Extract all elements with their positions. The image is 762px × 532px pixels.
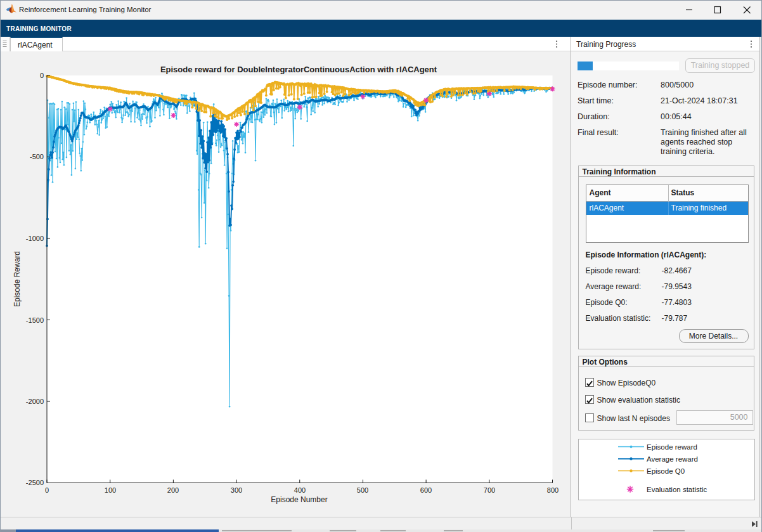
svg-text:300: 300: [231, 486, 242, 494]
svg-text:-1500: -1500: [26, 316, 44, 324]
svg-text:500: 500: [357, 486, 368, 494]
svg-text:700: 700: [484, 486, 495, 494]
svg-text:800: 800: [547, 486, 559, 494]
svg-text:-2500: -2500: [26, 479, 44, 486]
svg-text:0: 0: [40, 72, 44, 79]
svg-text:-2000: -2000: [26, 398, 44, 405]
svg-text:Episode Reward: Episode Reward: [13, 251, 22, 307]
svg-text:0: 0: [45, 486, 49, 494]
svg-text:Evaluation statistic: Evaluation statistic: [647, 486, 707, 493]
svg-text:100: 100: [105, 486, 116, 494]
svg-text:-1000: -1000: [26, 235, 44, 242]
svg-text:Average reward: Average reward: [647, 455, 698, 463]
svg-text:Episode reward for DoubleInteg: Episode reward for DoubleIntegratorConti…: [160, 65, 437, 74]
svg-text:400: 400: [294, 486, 306, 494]
svg-text:600: 600: [420, 486, 432, 494]
svg-text:200: 200: [167, 486, 179, 494]
svg-text:Episode reward: Episode reward: [647, 443, 697, 451]
svg-text:-500: -500: [30, 153, 44, 160]
svg-text:Episode Q0: Episode Q0: [647, 467, 685, 475]
svg-text:Episode Number: Episode Number: [271, 495, 327, 504]
